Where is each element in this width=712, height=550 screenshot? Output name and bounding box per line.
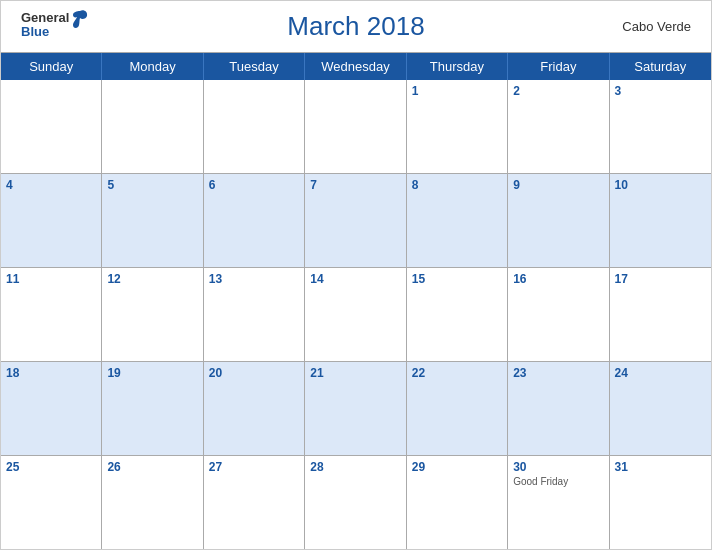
day-number: 15 [412, 272, 502, 286]
header-tuesday: Tuesday [204, 53, 305, 80]
day-cell: 27 [204, 456, 305, 549]
day-number: 19 [107, 366, 197, 380]
day-number: 21 [310, 366, 400, 380]
day-number: 20 [209, 366, 299, 380]
day-number: 29 [412, 460, 502, 474]
day-cell [1, 80, 102, 173]
day-cell: 20 [204, 362, 305, 455]
day-number: 24 [615, 366, 706, 380]
week-row-1: 123 [1, 80, 711, 174]
header-monday: Monday [102, 53, 203, 80]
header-wednesday: Wednesday [305, 53, 406, 80]
logo-bird-icon [71, 9, 89, 31]
day-cell: 21 [305, 362, 406, 455]
day-number: 1 [412, 84, 502, 98]
day-cell: 2 [508, 80, 609, 173]
day-cell: 13 [204, 268, 305, 361]
day-number: 22 [412, 366, 502, 380]
day-number: 13 [209, 272, 299, 286]
header-friday: Friday [508, 53, 609, 80]
day-cell: 19 [102, 362, 203, 455]
day-cell: 5 [102, 174, 203, 267]
calendar-header: General Blue March 2018 Cabo Verde [1, 1, 711, 52]
day-cell: 25 [1, 456, 102, 549]
day-number: 18 [6, 366, 96, 380]
day-number: 11 [6, 272, 96, 286]
day-cell [204, 80, 305, 173]
day-number: 4 [6, 178, 96, 192]
day-number: 9 [513, 178, 603, 192]
day-cell: 16 [508, 268, 609, 361]
day-cell: 30Good Friday [508, 456, 609, 549]
day-number: 27 [209, 460, 299, 474]
day-number: 5 [107, 178, 197, 192]
logo: General Blue [21, 11, 89, 40]
day-cell: 26 [102, 456, 203, 549]
day-number: 7 [310, 178, 400, 192]
day-cell [305, 80, 406, 173]
day-cell: 9 [508, 174, 609, 267]
day-cell: 7 [305, 174, 406, 267]
day-cell: 29 [407, 456, 508, 549]
day-event: Good Friday [513, 476, 603, 487]
day-number: 16 [513, 272, 603, 286]
day-number: 23 [513, 366, 603, 380]
day-cell: 23 [508, 362, 609, 455]
header-sunday: Sunday [1, 53, 102, 80]
day-number: 25 [6, 460, 96, 474]
day-cell: 17 [610, 268, 711, 361]
day-number: 12 [107, 272, 197, 286]
logo-general-text: General [21, 11, 69, 25]
day-cell: 6 [204, 174, 305, 267]
day-cell: 18 [1, 362, 102, 455]
day-number: 31 [615, 460, 706, 474]
day-cell: 11 [1, 268, 102, 361]
day-cell: 31 [610, 456, 711, 549]
day-number: 2 [513, 84, 603, 98]
day-number: 14 [310, 272, 400, 286]
week-row-5: 252627282930Good Friday31 [1, 456, 711, 549]
week-row-3: 11121314151617 [1, 268, 711, 362]
logo-blue-text: Blue [21, 25, 69, 39]
day-cell: 10 [610, 174, 711, 267]
country-name: Cabo Verde [622, 19, 691, 34]
day-number: 30 [513, 460, 603, 474]
day-number: 17 [615, 272, 706, 286]
header-thursday: Thursday [407, 53, 508, 80]
day-cell: 22 [407, 362, 508, 455]
day-cell: 1 [407, 80, 508, 173]
weeks: 1234567891011121314151617181920212223242… [1, 80, 711, 549]
day-cell: 4 [1, 174, 102, 267]
day-number: 10 [615, 178, 706, 192]
day-number: 8 [412, 178, 502, 192]
month-title: March 2018 [287, 11, 424, 42]
day-cell: 14 [305, 268, 406, 361]
day-cell: 24 [610, 362, 711, 455]
week-row-4: 18192021222324 [1, 362, 711, 456]
calendar-grid: Sunday Monday Tuesday Wednesday Thursday… [1, 52, 711, 549]
day-cell [102, 80, 203, 173]
day-number: 26 [107, 460, 197, 474]
day-cell: 8 [407, 174, 508, 267]
day-number: 3 [615, 84, 706, 98]
calendar-container: General Blue March 2018 Cabo Verde Sunda… [0, 0, 712, 550]
day-number: 28 [310, 460, 400, 474]
week-row-2: 45678910 [1, 174, 711, 268]
day-cell: 12 [102, 268, 203, 361]
day-headers-row: Sunday Monday Tuesday Wednesday Thursday… [1, 53, 711, 80]
day-cell: 15 [407, 268, 508, 361]
header-saturday: Saturday [610, 53, 711, 80]
day-number: 6 [209, 178, 299, 192]
day-cell: 28 [305, 456, 406, 549]
day-cell: 3 [610, 80, 711, 173]
